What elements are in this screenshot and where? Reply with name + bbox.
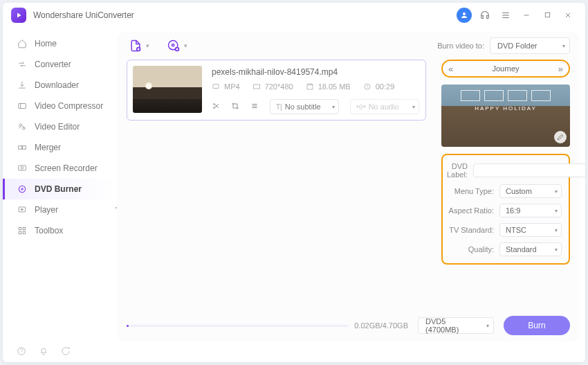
sidebar-item-player[interactable]: Player bbox=[3, 199, 117, 220]
svg-rect-5 bbox=[545, 12, 549, 17]
app-window: Wondershare UniConverter Home Converter … bbox=[3, 3, 585, 362]
svg-point-15 bbox=[19, 186, 25, 192]
sidebar-item-dvd-burner[interactable]: DVD Burner bbox=[3, 179, 117, 199]
footer: 0.02GB/4.70GB DVD5 (4700MB)▾ Burn bbox=[117, 310, 580, 341]
disc-type-select[interactable]: DVD5 (4700MB)▾ bbox=[418, 317, 494, 334]
burn-button[interactable]: Burn bbox=[504, 316, 570, 335]
svg-point-30 bbox=[214, 103, 215, 105]
compressor-icon bbox=[17, 100, 28, 112]
burn-to-label: Burn video to: bbox=[437, 42, 484, 50]
svg-point-24 bbox=[172, 44, 174, 46]
dvd-settings: DVD Label: Menu Type:Custom▾ Aspect Rati… bbox=[441, 154, 570, 265]
quality-label: Quality: bbox=[447, 245, 494, 253]
aspect-ratio-select[interactable]: 16:9▾ bbox=[499, 204, 562, 217]
maximize-button[interactable] bbox=[538, 6, 556, 24]
toolbox-icon bbox=[17, 225, 28, 236]
svg-rect-8 bbox=[19, 104, 26, 109]
load-disc-button[interactable] bbox=[165, 37, 183, 55]
svg-rect-20 bbox=[19, 231, 21, 234]
editor-icon bbox=[17, 121, 28, 132]
toolbar: ▾ ▾ Burn video to: DVD Folder▾ bbox=[117, 32, 580, 60]
sidebar-item-converter[interactable]: Converter bbox=[3, 54, 117, 75]
svg-rect-12 bbox=[23, 146, 26, 150]
notifications-button[interactable] bbox=[39, 346, 48, 358]
trim-button[interactable] bbox=[212, 102, 220, 112]
sidebar-item-toolbox[interactable]: Toolbox bbox=[3, 220, 117, 241]
sidebar-item-label: Video Editor bbox=[35, 122, 80, 132]
audio-select[interactable]: •ı|ı•No audio▾ bbox=[350, 99, 419, 114]
sidebar: Home Converter Downloader Video Compress… bbox=[3, 28, 117, 341]
statusbar bbox=[3, 341, 585, 362]
account-button[interactable] bbox=[455, 6, 473, 24]
sidebar-item-label: Player bbox=[35, 205, 58, 215]
merger-icon bbox=[17, 142, 28, 153]
file-name: pexels-mikhail-nilov-8419574.mp4 bbox=[212, 67, 420, 77]
main-panel: ▾ ▾ Burn video to: DVD Folder▾ pexels-mi… bbox=[117, 32, 580, 341]
capacity-bar bbox=[127, 325, 349, 327]
help-button[interactable] bbox=[17, 346, 26, 358]
svg-rect-18 bbox=[19, 227, 21, 230]
sidebar-item-label: Home bbox=[35, 39, 57, 48]
sidebar-item-label: Downloader bbox=[35, 80, 79, 90]
sidebar-item-downloader[interactable]: Downloader bbox=[3, 75, 117, 96]
sidebar-item-label: Merger bbox=[35, 143, 61, 152]
svg-point-0 bbox=[463, 12, 466, 15]
svg-rect-21 bbox=[23, 231, 26, 234]
menu-type-label: Menu Type: bbox=[447, 187, 494, 195]
minimize-button[interactable] bbox=[517, 6, 535, 24]
dvd-label-input[interactable] bbox=[473, 163, 585, 177]
file-duration: 00:29 bbox=[363, 82, 395, 91]
sidebar-item-label: Toolbox bbox=[35, 226, 63, 235]
template-caption: HAPPY HOLIDAY bbox=[441, 105, 570, 112]
svg-point-14 bbox=[21, 167, 24, 170]
file-size: 18.05 MB bbox=[306, 82, 351, 91]
sidebar-item-label: Converter bbox=[35, 60, 71, 69]
home-icon bbox=[17, 38, 28, 49]
file-card: pexels-mikhail-nilov-8419574.mp4 MP4 720… bbox=[127, 60, 426, 121]
burn-to-select[interactable]: DVD Folder▾ bbox=[490, 37, 570, 54]
svg-point-16 bbox=[21, 188, 23, 190]
titlebar: Wondershare UniConverter bbox=[3, 3, 585, 28]
dvd-label-label: DVD Label: bbox=[447, 162, 468, 179]
menu-icon[interactable] bbox=[497, 6, 515, 24]
tv-standard-select[interactable]: NTSC▾ bbox=[499, 223, 562, 237]
app-logo bbox=[11, 8, 26, 23]
app-title: Wondershare UniConverter bbox=[33, 10, 134, 20]
add-file-caret[interactable]: ▾ bbox=[146, 42, 149, 49]
template-navigator: « Journey » bbox=[441, 60, 570, 78]
converter-icon bbox=[17, 59, 28, 70]
sidebar-item-label: Screen Recorder bbox=[35, 163, 98, 173]
tv-standard-label: TV Standard: bbox=[447, 226, 494, 234]
sidebar-item-compressor[interactable]: Video Compressor bbox=[3, 96, 117, 116]
add-file-button[interactable] bbox=[127, 37, 145, 55]
sidebar-item-editor[interactable]: Video Editor bbox=[3, 116, 117, 137]
download-icon bbox=[17, 80, 28, 91]
svg-rect-11 bbox=[19, 146, 22, 150]
subtitle-select[interactable]: T|No subtitle▾ bbox=[270, 99, 339, 114]
support-icon[interactable] bbox=[476, 6, 494, 24]
svg-rect-27 bbox=[253, 84, 259, 89]
menu-type-select[interactable]: Custom▾ bbox=[499, 184, 562, 198]
svg-point-29 bbox=[214, 107, 215, 108]
feedback-button[interactable] bbox=[61, 346, 71, 358]
video-thumbnail[interactable] bbox=[133, 66, 202, 113]
load-disc-caret[interactable]: ▾ bbox=[184, 42, 187, 49]
quality-select[interactable]: Standard▾ bbox=[499, 242, 562, 256]
sidebar-item-recorder[interactable]: Screen Recorder bbox=[3, 158, 117, 179]
template-next-button[interactable]: » bbox=[558, 64, 563, 74]
dvd-icon bbox=[17, 184, 28, 195]
svg-rect-19 bbox=[23, 227, 26, 230]
sidebar-item-home[interactable]: Home bbox=[3, 33, 117, 54]
aspect-ratio-label: Aspect Ratio: bbox=[447, 206, 494, 215]
template-edit-button[interactable] bbox=[554, 131, 567, 143]
capacity-text: 0.02GB/4.70GB bbox=[354, 321, 408, 330]
close-button[interactable] bbox=[559, 6, 577, 24]
recorder-icon bbox=[17, 163, 28, 174]
player-icon bbox=[17, 204, 28, 215]
svg-point-9 bbox=[19, 124, 22, 127]
sidebar-item-merger[interactable]: Merger bbox=[3, 137, 117, 158]
template-name: Journey bbox=[492, 64, 519, 73]
effects-button[interactable] bbox=[250, 102, 259, 112]
crop-button[interactable] bbox=[231, 102, 239, 112]
template-prev-button[interactable]: « bbox=[448, 64, 453, 74]
